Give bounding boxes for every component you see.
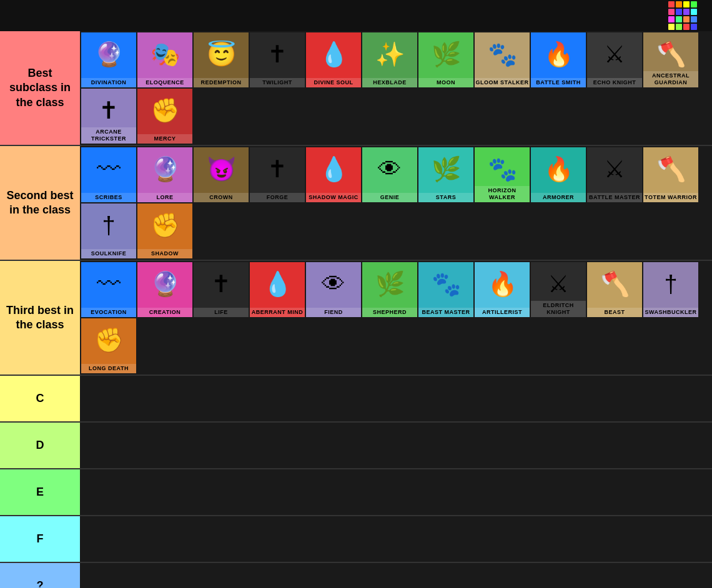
card-evocation[interactable]: 〰EVOCATION	[81, 262, 136, 317]
card-long-death[interactable]: ✊LONG DEATH	[81, 318, 136, 373]
card-arcane-trickster[interactable]: ✝ARCANE TRICKSTER	[81, 89, 136, 144]
card-label-hexblade: HEXBLADE	[362, 78, 417, 87]
card-shadow[interactable]: ✊SHADOW	[137, 203, 192, 258]
tiermaker-logo	[668, 1, 702, 30]
card-icon-aberrant-mind: 💧	[250, 262, 305, 306]
card-icon-divination: 🔮	[81, 32, 136, 76]
card-soulknife[interactable]: †SOULKNIFE	[81, 203, 136, 258]
card-icon-fiend: 👁	[306, 262, 361, 306]
card-label-life: LIFE	[194, 308, 249, 317]
tier-label-s: Best subclass in the class	[0, 31, 80, 145]
card-icon-armorer: 🔥	[531, 147, 586, 191]
card-icon-crown: 😈	[194, 147, 249, 191]
card-totem-warrior[interactable]: 🪓TOTEM WARRIOR	[643, 147, 698, 202]
tier-label-a: Second best in the class	[0, 146, 80, 260]
card-mercy[interactable]: ✊MERCY	[137, 89, 192, 144]
card-aberrant-mind[interactable]: 💧ABERRANT MIND	[250, 262, 305, 317]
logo-cell	[683, 1, 690, 7]
tier-label-d: D	[0, 423, 80, 468]
tier-row-d: D	[0, 423, 712, 469]
card-life[interactable]: ✝LIFE	[194, 262, 249, 317]
card-label-aberrant-mind: ABERRANT MIND	[250, 308, 305, 317]
card-icon-scribes: 〰	[81, 147, 136, 191]
card-icon-divine-soul: 💧	[306, 32, 361, 76]
logo-cell	[691, 9, 697, 15]
tier-content-q	[80, 563, 712, 588]
card-stars[interactable]: 🌿STARS	[418, 147, 473, 202]
card-icon-mercy: ✊	[137, 89, 192, 132]
card-gloom-stalker[interactable]: 🐾GLOOM STALKER	[475, 32, 530, 87]
card-eldritch-knight[interactable]: ⚔ELDRITCH KNIGHT	[531, 262, 586, 317]
card-label-eldritch-knight: ELDRITCH KNIGHT	[531, 301, 586, 317]
tier-content-c	[80, 376, 712, 421]
card-artillerist[interactable]: 🔥ARTILLERIST	[475, 262, 530, 317]
logo-grid	[668, 1, 697, 30]
card-creation[interactable]: 🔮CREATION	[137, 262, 192, 317]
card-battle-smith[interactable]: 🔥BATTLE SMITH	[531, 32, 586, 87]
card-label-scribes: SCRIBES	[81, 193, 136, 202]
card-lore[interactable]: 🔮LORE	[137, 147, 192, 202]
tier-content-f	[80, 516, 712, 562]
logo-cell	[691, 16, 697, 22]
card-label-swashbuckler: SWASHBUCKLER	[643, 308, 698, 317]
card-fiend[interactable]: 👁FIEND	[306, 262, 361, 317]
card-icon-hexblade: ✨	[362, 32, 417, 76]
card-echo-knight[interactable]: ⚔ECHO KNIGHT	[587, 32, 642, 87]
card-twilight[interactable]: ✝TWILIGHT	[250, 32, 305, 87]
card-icon-eldritch-knight: ⚔	[531, 262, 586, 306]
card-label-divine-soul: DIVINE SOUL	[306, 78, 361, 87]
logo-cell	[683, 24, 690, 30]
card-divine-soul[interactable]: 💧DIVINE SOUL	[306, 32, 361, 87]
card-genie[interactable]: 👁GENIE	[362, 147, 417, 202]
card-icon-battle-master: ⚔	[587, 147, 642, 191]
card-battle-master[interactable]: ⚔BATTLE MASTER	[587, 147, 642, 202]
tier-row-q: ?	[0, 563, 712, 588]
logo-cell	[668, 16, 675, 22]
tier-label-f: F	[0, 516, 80, 562]
card-label-genie: GENIE	[362, 193, 417, 202]
card-label-arcane-trickster: ARCANE TRICKSTER	[81, 127, 136, 144]
card-icon-horizon-walker: 🐾	[475, 147, 530, 191]
card-icon-battle-smith: 🔥	[531, 32, 586, 76]
card-divination[interactable]: 🔮DIVINATION	[81, 32, 136, 87]
card-icon-arcane-trickster: ✝	[81, 89, 136, 132]
card-label-creation: CREATION	[137, 308, 192, 317]
card-icon-artillerist: 🔥	[475, 262, 530, 306]
logo-cell	[676, 24, 682, 30]
card-forge[interactable]: ✝FORGE	[250, 147, 305, 202]
card-swashbuckler[interactable]: †SWASHBUCKLER	[643, 262, 698, 317]
card-crown[interactable]: 😈CROWN	[194, 147, 249, 202]
tier-content-e	[80, 469, 712, 515]
card-armorer[interactable]: 🔥ARMORER	[531, 147, 586, 202]
card-label-armorer: ARMORER	[531, 193, 586, 202]
card-label-echo-knight: ECHO KNIGHT	[587, 78, 642, 87]
logo-cell	[676, 16, 682, 22]
card-beast-master[interactable]: 🐾BEAST MASTER	[418, 262, 473, 317]
card-label-fiend: FIEND	[306, 308, 361, 317]
card-label-stars: STARS	[418, 193, 473, 202]
card-hexblade[interactable]: ✨HEXBLADE	[362, 32, 417, 87]
logo-cell	[668, 24, 675, 30]
tier-container: Best subclass in the class🔮DIVINATION🎭EL…	[0, 31, 712, 588]
card-eloquence[interactable]: 🎭ELOQUENCE	[137, 32, 192, 87]
card-shepherd[interactable]: 🌿SHEPHERD	[362, 262, 417, 317]
logo-cell	[691, 24, 697, 30]
card-shadow-magic[interactable]: 💧SHADOW MAGIC	[306, 147, 361, 202]
card-label-battle-master: BATTLE MASTER	[587, 193, 642, 202]
card-horizon-walker[interactable]: 🐾HORIZON WALKER	[475, 147, 530, 202]
card-icon-genie: 👁	[362, 147, 417, 191]
logo-cell	[683, 16, 690, 22]
card-icon-redemption: 😇	[194, 32, 249, 76]
tier-row-s: Best subclass in the class🔮DIVINATION🎭EL…	[0, 31, 712, 146]
card-scribes[interactable]: 〰SCRIBES	[81, 147, 136, 202]
card-label-forge: FORGE	[250, 193, 305, 202]
card-ancestral-guardian[interactable]: 🪓ANCESTRAL GUARDIAN	[643, 32, 698, 87]
card-label-long-death: LONG DEATH	[81, 364, 136, 373]
card-icon-stars: 🌿	[418, 147, 473, 191]
card-label-twilight: TWILIGHT	[250, 78, 305, 87]
card-redemption[interactable]: 😇REDEMPTION	[194, 32, 249, 87]
card-moon[interactable]: 🌿MOON	[418, 32, 473, 87]
logo-cell	[676, 9, 682, 15]
logo-cell	[691, 1, 697, 7]
card-beast[interactable]: 🪓BEAST	[587, 262, 642, 317]
